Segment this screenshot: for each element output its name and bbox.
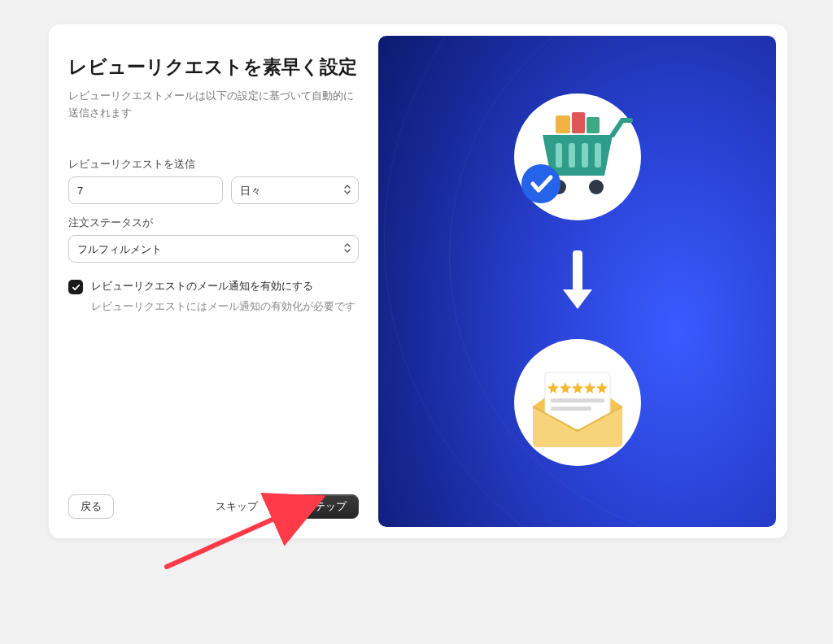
days-input[interactable] xyxy=(68,176,223,204)
skip-button[interactable]: スキップ xyxy=(212,494,261,519)
svg-rect-15 xyxy=(551,407,591,411)
back-button[interactable]: 戻る xyxy=(68,494,114,519)
svg-point-9 xyxy=(589,180,604,194)
svg-rect-5 xyxy=(569,143,575,168)
page-subtitle: レビューリクエストメールは以下の設定に基づいて自動的に送信されます xyxy=(68,88,359,122)
svg-rect-11 xyxy=(573,250,582,291)
illustration-pane xyxy=(378,36,776,527)
enable-email-label: レビューリクエストのメール通知を有効にする xyxy=(91,279,313,294)
next-step-button[interactable]: 次のステップ xyxy=(271,494,359,519)
svg-rect-2 xyxy=(572,112,585,133)
svg-rect-6 xyxy=(582,143,588,168)
svg-rect-3 xyxy=(587,117,600,133)
enable-email-help: レビューリクエストにはメール通知の有効化が必要です xyxy=(91,299,359,315)
unit-select[interactable]: 日々 xyxy=(231,176,359,204)
order-status-block: 注文ステータスが フルフィルメント xyxy=(68,215,359,263)
send-after-block: レビューリクエストを送信 日々 xyxy=(68,157,359,204)
footer-actions: 戻る スキップ 次のステップ xyxy=(68,494,359,519)
page-title: レビューリクエストを素早く設定 xyxy=(68,55,359,80)
cart-illustration xyxy=(508,88,647,229)
enable-email-row: レビューリクエストのメール通知を有効にする xyxy=(68,279,359,294)
arrow-down-icon xyxy=(561,249,594,314)
order-status-select[interactable]: フルフィルメント xyxy=(68,235,359,263)
setup-card: レビューリクエストを素早く設定 レビューリクエストメールは以下の設定に基づいて自… xyxy=(49,24,787,538)
envelope-illustration xyxy=(508,333,647,475)
order-status-label: 注文ステータスが xyxy=(68,215,359,230)
svg-rect-7 xyxy=(595,143,601,168)
svg-point-10 xyxy=(521,164,560,203)
send-after-label: レビューリクエストを送信 xyxy=(68,157,359,172)
check-icon xyxy=(72,283,81,292)
svg-rect-4 xyxy=(556,143,562,168)
enable-email-checkbox[interactable] xyxy=(68,280,83,294)
form-pane: レビューリクエストを素早く設定 レビューリクエストメールは以下の設定に基づいて自… xyxy=(49,24,378,538)
svg-rect-1 xyxy=(556,115,570,133)
svg-rect-14 xyxy=(551,398,604,402)
